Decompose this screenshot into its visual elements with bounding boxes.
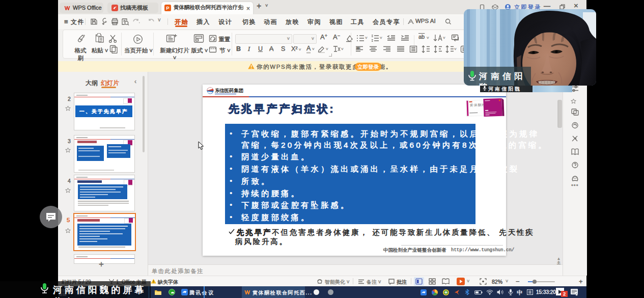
svg-text:P: P (166, 5, 170, 11)
svg-text:东信医药集团: 东信医药集团 (214, 88, 243, 93)
